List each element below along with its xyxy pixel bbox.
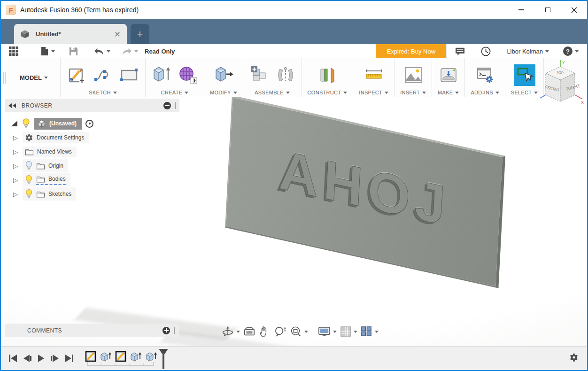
timeline-features — [85, 348, 168, 369]
maximize-button[interactable] — [534, 1, 561, 19]
insert-group-menu[interactable]: INSERT — [400, 89, 426, 95]
spline-button[interactable] — [93, 64, 113, 86]
buy-now-button[interactable]: Expired: Buy Now — [376, 44, 446, 58]
activate-component-icon[interactable] — [85, 120, 93, 128]
workspace-switcher[interactable]: MODEL — [8, 58, 60, 97]
sketch-group-menu[interactable]: SKETCH — [89, 89, 116, 95]
collapse-panel-icon[interactable] — [8, 103, 17, 108]
orbit-button[interactable] — [222, 325, 240, 338]
inspect-group-menu[interactable]: INSPECT — [359, 89, 388, 95]
collapse-all-icon[interactable] — [163, 102, 171, 109]
create-form-button[interactable] — [178, 64, 198, 86]
tree-row-sketches[interactable]: ▷ Sketches — [12, 187, 179, 201]
measure-button[interactable] — [364, 64, 384, 86]
job-status-button[interactable] — [477, 44, 495, 58]
grid-settings-button[interactable] — [340, 326, 357, 337]
rectangle-icon — [119, 67, 139, 83]
tree-root-row[interactable]: (Unsaved) — [5, 116, 179, 131]
help-button[interactable] — [559, 44, 582, 58]
select-group-menu[interactable]: SELECT — [511, 89, 538, 95]
tree-row-origin[interactable]: ▷ Origin — [12, 159, 179, 173]
expand-arrow-icon[interactable]: ▷ — [12, 191, 19, 198]
go-to-start-button[interactable] — [6, 355, 20, 362]
panel-resize-grip[interactable] — [174, 327, 175, 334]
model-body-plate[interactable]: AHOJ — [225, 97, 505, 288]
press-pull-button[interactable] — [213, 64, 234, 86]
bulb-on-icon[interactable] — [25, 189, 33, 199]
tree-row-bodies[interactable]: ▷ Bodies — [12, 173, 179, 187]
file-menu-button[interactable] — [37, 44, 59, 58]
redo-button[interactable] — [118, 44, 142, 58]
image-icon — [403, 66, 423, 85]
timeline-sketch2-feature[interactable] — [115, 351, 126, 362]
document-tab[interactable]: Untitled* — [14, 24, 127, 44]
model-extruded-text[interactable]: AHOJ — [277, 137, 452, 247]
expand-arrow-icon[interactable]: ▷ — [12, 162, 19, 170]
expand-triangle-icon[interactable] — [11, 121, 17, 126]
addins-group-menu[interactable]: ADD-INS — [471, 89, 499, 95]
bulb-off-icon[interactable] — [25, 161, 33, 171]
viewports-button[interactable] — [361, 326, 379, 337]
viewcube-top-face[interactable]: TOP — [556, 70, 564, 76]
insert-image-button[interactable] — [403, 64, 424, 86]
construct-plane-button[interactable] — [317, 64, 338, 86]
select-button[interactable] — [514, 64, 535, 86]
display-settings-button[interactable] — [318, 326, 337, 337]
orbit-icon — [222, 325, 234, 338]
bulb-on-icon[interactable] — [22, 118, 31, 129]
make-3d-print-button[interactable] — [438, 64, 459, 86]
comments-button[interactable] — [451, 44, 469, 58]
expand-arrow-icon[interactable]: ▷ — [12, 177, 19, 184]
play-button[interactable] — [35, 355, 47, 362]
viewport-canvas[interactable]: AHOJ BROWSER — [1, 97, 587, 346]
group-label: INSPECT — [359, 90, 382, 95]
joint-button[interactable] — [275, 64, 296, 86]
zoom-button[interactable] — [274, 325, 286, 338]
step-back-button[interactable] — [20, 355, 35, 362]
browser-title: BROWSER — [22, 102, 53, 109]
timeline-extrude1-feature[interactable] — [100, 351, 112, 362]
panel-resize-grip[interactable] — [175, 102, 176, 109]
undo-button[interactable] — [90, 44, 114, 58]
timeline-extrude2-feature[interactable] — [130, 351, 142, 362]
tree-row-document-settings[interactable]: ▷ Document Settings — [12, 131, 179, 145]
extrude-button[interactable] — [151, 64, 172, 86]
modify-group-menu[interactable]: MODIFY — [210, 89, 237, 95]
timeline-sketch1-feature[interactable] — [85, 351, 96, 362]
rectangle-button[interactable] — [119, 64, 139, 86]
make-group-menu[interactable]: MAKE — [438, 89, 459, 95]
user-account-button[interactable]: Libor Kolman — [503, 44, 553, 58]
ribbon-group-inspect: INSPECT — [353, 58, 394, 97]
browser-header[interactable]: BROWSER — [5, 99, 179, 112]
expand-arrow-icon[interactable]: ▷ — [12, 134, 19, 141]
expand-arrow-icon[interactable]: ▷ — [12, 148, 19, 155]
toolbar-grip[interactable] — [1, 58, 8, 97]
app-launcher-button[interactable] — [5, 44, 23, 58]
create-sketch-button[interactable] — [66, 64, 87, 86]
go-to-end-button[interactable] — [62, 355, 77, 362]
add-comment-icon[interactable] — [162, 327, 170, 334]
timeline-settings-button[interactable] — [569, 353, 579, 364]
bulb-on-icon[interactable] — [25, 175, 33, 185]
viewcube[interactable]: Y X TOP FRONT RIGHT — [535, 59, 585, 110]
scripts-addins-button[interactable] — [475, 64, 495, 86]
timeline-position-marker[interactable] — [159, 349, 168, 369]
tab-close-icon[interactable] — [114, 31, 121, 38]
timeline-extrude3-feature[interactable] — [145, 351, 157, 362]
save-button[interactable] — [65, 44, 82, 58]
close-button[interactable] — [561, 1, 587, 19]
comments-bar[interactable]: COMMENTS — [5, 324, 179, 337]
minimize-button[interactable] — [508, 1, 534, 19]
construct-group-menu[interactable]: CONSTRUCT — [308, 89, 348, 95]
new-tab-button[interactable]: + — [131, 24, 149, 44]
save-icon — [69, 47, 78, 56]
step-forward-button[interactable] — [47, 355, 62, 362]
create-group-menu[interactable]: CREATE — [161, 89, 189, 95]
new-component-button[interactable] — [249, 64, 270, 86]
fit-button[interactable] — [290, 325, 308, 338]
root-component[interactable]: (Unsaved) — [34, 118, 82, 130]
pan-button[interactable] — [259, 325, 271, 338]
tree-row-named-views[interactable]: ▷ Named Views — [12, 145, 179, 159]
assemble-group-menu[interactable]: ASSEMBLE — [255, 89, 290, 95]
look-at-button[interactable] — [243, 326, 255, 337]
